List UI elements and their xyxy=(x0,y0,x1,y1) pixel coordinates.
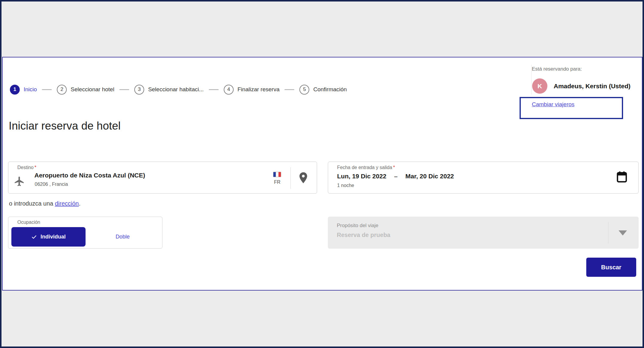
occupancy-option-label: Individual xyxy=(40,234,66,240)
date-range: Lun, 19 Dic 2022 – Mar, 20 Dic 2022 xyxy=(337,173,454,180)
booking-for-heading: Está reservando para: xyxy=(532,66,582,72)
wizard-stepper: 1 Inicio 2 Seleccionar hotel 3 Seleccion… xyxy=(10,84,347,95)
address-prompt: o introduzca una dirección. xyxy=(9,200,80,207)
destination-detail: 06206 , Francia xyxy=(35,182,68,187)
step-connector xyxy=(119,89,129,90)
step-4-label: Finalizar reserva xyxy=(237,86,279,93)
trip-purpose-value: Reserva de prueba xyxy=(337,232,390,238)
nights-count: 1 noche xyxy=(337,183,354,188)
chevron-down-icon xyxy=(619,230,627,235)
required-asterisk: * xyxy=(393,165,395,170)
focus-ring: Cambiar viajeros xyxy=(520,97,623,119)
occupancy-label: Ocupación xyxy=(17,220,40,225)
france-flag-icon xyxy=(273,172,281,177)
dates-field[interactable]: Fecha de entrada y salida* Lun, 19 Dic 2… xyxy=(328,162,639,194)
step-connector xyxy=(284,89,294,90)
country-code: FR xyxy=(273,180,281,185)
step-1-label: Inicio xyxy=(24,86,37,93)
country-flag-block: FR xyxy=(273,172,281,185)
step-1-indicator: 1 xyxy=(10,85,20,95)
occupancy-option-doble[interactable]: Doble xyxy=(86,227,160,247)
step-finalizar-reserva: 4 Finalizar reserva xyxy=(224,85,279,95)
field-divider xyxy=(290,167,291,189)
step-5-label: Confirmación xyxy=(313,86,347,93)
destination-value: Aeropuerto de Niza Costa Azul (NCE) xyxy=(34,172,145,179)
traveler-name: Amadeus, Kerstin (Usted) xyxy=(554,78,631,94)
traveler-section-divider xyxy=(531,65,532,95)
destination-label: Destino* xyxy=(17,165,36,170)
step-2-indicator: 2 xyxy=(57,85,67,95)
check-in-date: Lun, 19 Dic 2022 xyxy=(337,173,386,180)
traveler-avatar: K xyxy=(532,78,547,94)
occupancy-group: Ocupación Individual Doble xyxy=(8,217,162,249)
step-connector xyxy=(209,89,219,90)
change-travelers-link[interactable]: Cambiar viajeros xyxy=(532,101,575,108)
date-separator: – xyxy=(394,173,398,180)
occupancy-option-label: Doble xyxy=(115,234,130,240)
step-seleccionar-hotel: 2 Seleccionar hotel xyxy=(57,85,114,95)
address-prompt-prefix: o introduzca una xyxy=(9,200,55,207)
check-out-date: Mar, 20 Dic 2022 xyxy=(405,173,454,180)
location-pin-icon[interactable] xyxy=(297,171,310,185)
booking-panel: 1 Inicio 2 Seleccionar hotel 3 Seleccion… xyxy=(3,57,642,290)
field-divider xyxy=(608,222,608,244)
calendar-icon[interactable] xyxy=(615,170,628,184)
trip-purpose-label: Propósito del viaje xyxy=(337,223,378,229)
step-confirmacion: 5 Confirmación xyxy=(299,85,347,95)
destination-field[interactable]: Destino* Aeropuerto de Niza Costa Azul (… xyxy=(8,162,317,194)
step-3-label: Seleccionar habitaci... xyxy=(148,86,204,93)
occupancy-option-individual[interactable]: Individual xyxy=(11,227,86,247)
step-3-indicator: 3 xyxy=(134,85,144,95)
trip-purpose-select[interactable]: Propósito del viaje Reserva de prueba xyxy=(328,217,639,249)
booking-app-window: 1 Inicio 2 Seleccionar hotel 3 Seleccion… xyxy=(0,0,644,348)
step-seleccionar-habitacion: 3 Seleccionar habitaci... xyxy=(134,85,204,95)
step-4-indicator: 4 xyxy=(224,85,234,95)
step-connector xyxy=(42,89,52,90)
dates-label: Fecha de entrada y salida* xyxy=(337,165,395,170)
step-2-label: Seleccionar hotel xyxy=(71,86,114,93)
search-button[interactable]: Buscar xyxy=(586,258,636,277)
airplane-icon xyxy=(14,176,25,187)
address-link[interactable]: dirección xyxy=(55,200,79,207)
required-asterisk: * xyxy=(34,165,36,170)
step-inicio[interactable]: 1 Inicio xyxy=(10,85,37,95)
step-5-indicator: 5 xyxy=(299,85,309,95)
check-icon xyxy=(31,234,37,240)
page-title: Iniciar reserva de hotel xyxy=(9,120,121,132)
address-prompt-suffix: . xyxy=(79,200,80,207)
